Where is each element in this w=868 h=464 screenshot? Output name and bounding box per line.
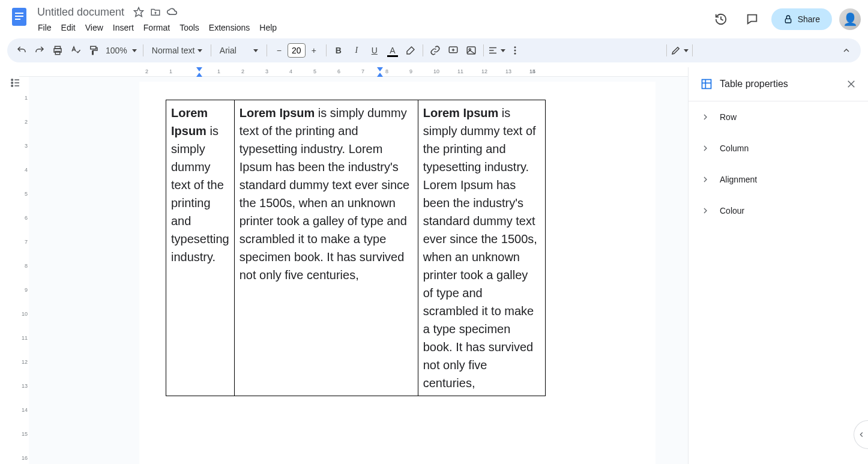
sidebar-section-row[interactable]: Row — [689, 101, 868, 133]
avatar[interactable]: 👤 — [839, 8, 861, 30]
paragraph-style-select[interactable]: Normal text — [147, 42, 207, 59]
chevron-right-icon — [701, 206, 710, 215]
insert-image-button[interactable] — [463, 42, 480, 59]
align-button[interactable] — [487, 42, 505, 59]
font-size-decrease[interactable]: − — [271, 42, 288, 59]
menu-insert[interactable]: Insert — [109, 20, 138, 35]
undo-button[interactable] — [13, 42, 30, 59]
svg-point-17 — [514, 50, 516, 52]
svg-rect-3 — [15, 19, 20, 20]
table-cell-bold: Lorem Ipsum — [240, 106, 315, 119]
collapse-toolbar-button[interactable] — [838, 42, 855, 59]
close-icon[interactable] — [844, 77, 858, 91]
svg-point-18 — [514, 53, 516, 55]
menu-edit[interactable]: Edit — [57, 20, 80, 35]
svg-point-23 — [11, 85, 13, 87]
sidebar-section-colour[interactable]: Colour — [689, 195, 868, 226]
redo-button[interactable] — [31, 42, 48, 59]
zoom-select[interactable]: 100% — [103, 42, 139, 59]
menu-file[interactable]: File — [34, 20, 56, 35]
sidebar-title: Table properties — [720, 79, 837, 89]
sidebar-section-label: Column — [720, 143, 749, 153]
svg-marker-4 — [134, 8, 143, 17]
lock-icon — [783, 14, 793, 24]
star-icon[interactable] — [133, 6, 145, 18]
table-icon — [701, 78, 713, 90]
table-cell-text: is simply dummy text of the printing and… — [423, 106, 537, 390]
document-table[interactable]: Lorem Ipsum is simply dummy text of the … — [166, 100, 546, 396]
sidebar-section-label: Alignment — [720, 175, 757, 184]
highlight-color-button[interactable] — [402, 42, 419, 59]
menu-bar: File Edit View Insert Format Tools Exten… — [34, 20, 709, 35]
table-cell-bold: Lorem Ipsum — [171, 106, 208, 137]
add-comment-button[interactable] — [445, 42, 462, 59]
docs-logo[interactable] — [7, 5, 31, 29]
vertical-ruler[interactable]: 1 2 3 4 5 6 7 8 9 10 11 12 13 14 15 16 — [19, 77, 29, 464]
svg-rect-9 — [91, 46, 96, 49]
svg-rect-5 — [785, 19, 791, 23]
bold-button[interactable]: B — [330, 42, 347, 59]
svg-point-19 — [11, 79, 13, 81]
insert-link-button[interactable] — [427, 42, 444, 59]
sidebar-section-label: Colour — [720, 206, 744, 215]
move-icon[interactable] — [149, 6, 161, 18]
sidebar-section-column[interactable]: Column — [689, 133, 868, 164]
svg-rect-25 — [702, 80, 711, 89]
menu-tools[interactable]: Tools — [175, 20, 203, 35]
svg-rect-1 — [15, 13, 23, 14]
menu-format[interactable]: Format — [139, 20, 174, 35]
font-size-increase[interactable]: + — [306, 42, 322, 59]
chevron-right-icon — [701, 143, 710, 153]
title-area: Untitled document File Edit View Insert … — [34, 5, 709, 35]
menu-help[interactable]: Help — [255, 20, 281, 35]
sidebar-section-label: Row — [720, 112, 737, 122]
print-button[interactable] — [49, 42, 66, 59]
chevron-right-icon — [701, 175, 710, 184]
text-color-button[interactable]: A — [384, 42, 401, 59]
toolbar: 100% Normal text Arial − + B I U A — [7, 38, 861, 62]
paint-format-button[interactable] — [85, 42, 102, 59]
svg-point-16 — [514, 46, 516, 48]
spellcheck-button[interactable] — [67, 42, 84, 59]
editing-mode-button[interactable] — [671, 42, 689, 59]
table-cell-text: is simply dummy text of the printing and… — [240, 106, 409, 282]
document-page[interactable]: Lorem Ipsum is simply dummy text of the … — [139, 82, 656, 464]
horizontal-ruler[interactable]: 2 1 1 2 3 4 5 6 7 8 9 10 11 12 13 14 15 — [19, 67, 688, 77]
header: Untitled document File Edit View Insert … — [0, 0, 868, 38]
chevron-right-icon — [701, 112, 710, 122]
font-family-select[interactable]: Arial — [215, 42, 263, 59]
table-cell-text: is simply dummy text of the printing and… — [171, 124, 229, 264]
svg-rect-2 — [15, 16, 23, 17]
italic-button[interactable]: I — [348, 42, 365, 59]
menu-view[interactable]: View — [81, 20, 107, 35]
svg-point-21 — [11, 82, 13, 84]
share-button[interactable]: Share — [771, 8, 832, 30]
history-icon[interactable] — [709, 7, 733, 31]
menu-extensions[interactable]: Extensions — [205, 20, 254, 35]
table-cell-bold: Lorem Ipsum — [423, 106, 499, 119]
table-properties-sidebar: Table properties Row Column Alignment Co… — [688, 67, 868, 464]
document-title[interactable]: Untitled document — [34, 5, 128, 20]
cloud-status-icon[interactable] — [166, 6, 178, 18]
more-button[interactable] — [507, 42, 523, 59]
font-size-input[interactable] — [288, 43, 306, 58]
underline-button[interactable]: U — [366, 42, 383, 59]
sidebar-section-alignment[interactable]: Alignment — [689, 164, 868, 195]
share-label: Share — [798, 14, 820, 24]
comments-icon[interactable] — [740, 7, 764, 31]
